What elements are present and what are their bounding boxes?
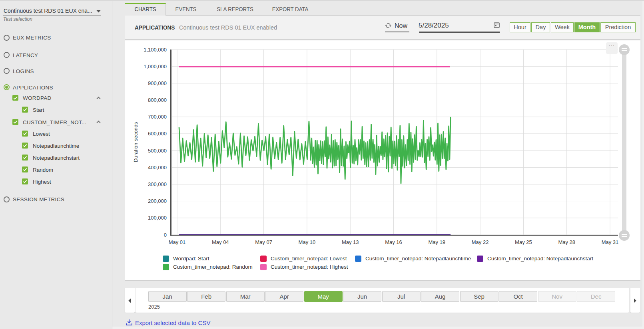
svg-text:900,000: 900,000 [148,80,167,86]
svg-text:700,000: 700,000 [148,114,167,120]
svg-text:200,000: 200,000 [148,198,167,204]
svg-text:1,100,000: 1,100,000 [144,47,167,53]
svg-text:500,000: 500,000 [148,148,167,154]
svg-text:May 04: May 04 [212,239,229,245]
svg-text:May 31: May 31 [602,239,619,245]
svg-text:May 25: May 25 [515,239,532,245]
svg-text:0: 0 [164,232,167,238]
svg-text:Duration seconds: Duration seconds [133,122,139,163]
svg-text:100,000: 100,000 [148,215,167,221]
svg-text:May 13: May 13 [342,239,359,245]
svg-text:May 22: May 22 [472,239,489,245]
svg-text:May 10: May 10 [299,239,316,245]
svg-text:600,000: 600,000 [148,131,167,137]
svg-text:May 28: May 28 [558,239,575,245]
svg-text:300,000: 300,000 [148,181,167,187]
svg-text:May 07: May 07 [255,239,272,245]
svg-text:400,000: 400,000 [148,164,167,170]
svg-text:May 16: May 16 [385,239,402,245]
svg-text:1,000,000: 1,000,000 [144,63,167,69]
svg-text:800,000: 800,000 [148,97,167,103]
svg-text:May 19: May 19 [428,239,445,245]
svg-text:May 01: May 01 [169,239,186,245]
